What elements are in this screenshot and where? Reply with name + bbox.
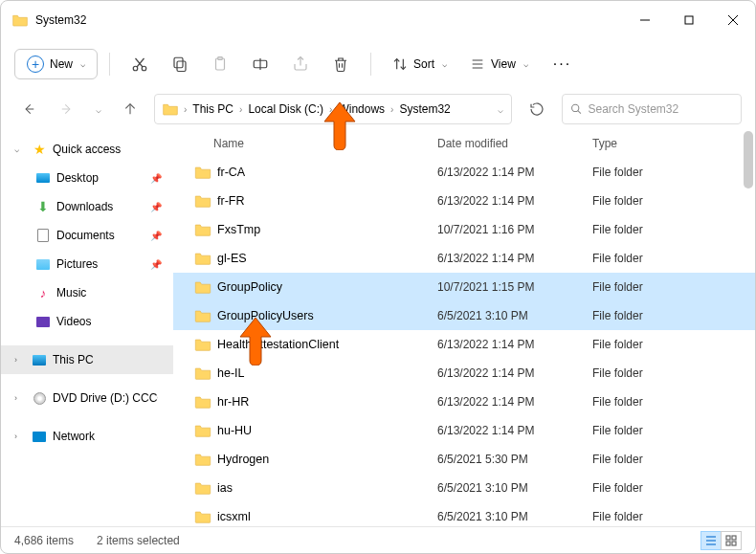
file-type: File folder [592, 309, 643, 322]
file-date: 10/7/2021 1:16 PM [437, 223, 592, 236]
close-button[interactable] [711, 1, 755, 39]
status-bar: 4,686 items 2 items selected [1, 526, 755, 553]
sidebar-item-dvd[interactable]: ›DVD Drive (D:) CCCC [1, 384, 173, 412]
folder-icon [163, 102, 178, 116]
file-name: fr-FR [217, 194, 437, 208]
sort-button[interactable]: Sort ⌵ [383, 51, 456, 78]
pin-icon: 📌 [150, 173, 162, 184]
sidebar-item-label: Videos [56, 315, 91, 328]
back-button[interactable] [14, 95, 43, 123]
pictures-icon [36, 259, 50, 270]
file-row[interactable]: FxsTmp10/7/2021 1:16 PMFile folder [173, 215, 755, 244]
file-type: File folder [592, 510, 643, 523]
file-name: hr-HR [217, 395, 437, 409]
thumbnails-view-button[interactable] [721, 531, 742, 550]
delete-button[interactable] [322, 47, 359, 81]
refresh-button[interactable] [522, 94, 552, 124]
view-label: View [491, 57, 516, 71]
breadcrumb-dropdown[interactable]: ⌵ [498, 104, 503, 115]
breadcrumb-item[interactable]: Local Disk (C:) [244, 102, 327, 116]
more-button[interactable]: ··· [542, 50, 583, 78]
sidebar-item-this-pc[interactable]: ›This PC [1, 345, 173, 374]
sidebar-item-pictures[interactable]: Pictures📌 [1, 250, 173, 278]
file-date: 6/5/2021 3:10 PM [437, 510, 592, 523]
column-name[interactable]: Name [173, 137, 437, 150]
sidebar-item-label: Downloads [56, 200, 113, 213]
sidebar-item-videos[interactable]: Videos [1, 307, 173, 336]
svg-rect-8 [177, 61, 186, 72]
search-input[interactable] [588, 102, 733, 116]
maximize-button[interactable] [667, 1, 711, 39]
search-box[interactable] [562, 94, 742, 124]
folder-icon [12, 13, 28, 27]
address-bar: ⌵ › This PC › Local Disk (C:) › Windows … [1, 89, 755, 129]
svg-rect-9 [174, 57, 183, 68]
file-name: FxsTmp [217, 223, 437, 236]
sidebar-item-desktop[interactable]: Desktop📌 [1, 164, 173, 192]
file-name: fr-CA [217, 166, 437, 179]
sidebar-item-music[interactable]: ♪Music [1, 278, 173, 307]
file-type: File folder [592, 395, 643, 409]
pin-icon: 📌 [150, 202, 162, 212]
file-type: File folder [592, 280, 643, 294]
sidebar-item-label: This PC [53, 353, 94, 366]
file-type: File folder [592, 194, 643, 208]
file-row[interactable]: fr-FR6/13/2022 1:14 PMFile folder [173, 187, 755, 215]
share-button[interactable] [282, 47, 319, 81]
file-row[interactable]: hr-HR6/13/2022 1:14 PMFile folder [173, 388, 755, 416]
paste-button[interactable] [202, 47, 238, 81]
file-row[interactable]: ias6/5/2021 3:10 PMFile folder [173, 474, 755, 502]
document-icon [37, 229, 49, 242]
title-bar: System32 [1, 1, 755, 39]
file-type: File folder [592, 481, 643, 495]
column-type[interactable]: Type [592, 137, 755, 150]
up-button[interactable] [116, 95, 145, 123]
svg-rect-24 [732, 536, 736, 540]
column-date[interactable]: Date modified [437, 137, 592, 150]
rename-button[interactable] [242, 47, 278, 81]
view-button[interactable]: View ⌵ [460, 51, 538, 78]
sidebar-item-label: DVD Drive (D:) CCCC [53, 391, 158, 405]
file-name: icsxml [217, 510, 437, 523]
file-row[interactable]: Hydrogen6/5/2021 5:30 PMFile folder [173, 445, 755, 474]
file-name: hu-HU [217, 424, 437, 437]
cut-button[interactable] [122, 47, 158, 81]
file-type: File folder [592, 252, 643, 265]
sidebar-item-downloads[interactable]: ⬇Downloads📌 [1, 192, 173, 221]
sidebar-item-documents[interactable]: Documents📌 [1, 221, 173, 250]
file-type: File folder [592, 166, 643, 179]
new-button[interactable]: + New ⌵ [14, 49, 98, 79]
column-headers[interactable]: Name Date modified Type [173, 129, 755, 158]
file-date: 6/5/2021 3:10 PM [437, 481, 592, 495]
file-date: 6/13/2022 1:14 PM [437, 395, 592, 409]
pin-icon: 📌 [150, 231, 162, 241]
minimize-button[interactable] [623, 1, 667, 39]
file-row[interactable]: icsxml6/5/2021 3:10 PMFile folder [173, 502, 755, 526]
sidebar-item-label: Desktop [56, 171, 99, 185]
copy-button[interactable] [162, 47, 198, 81]
sidebar-item-label: Pictures [56, 257, 98, 271]
file-row[interactable]: gl-ES6/13/2022 1:14 PMFile folder [173, 244, 755, 273]
history-dropdown[interactable]: ⌵ [91, 104, 106, 115]
sidebar-item-label: Documents [56, 229, 115, 242]
breadcrumb-item[interactable]: This PC [189, 102, 237, 116]
scrollbar[interactable] [744, 131, 753, 188]
file-date: 10/7/2021 1:15 PM [437, 280, 592, 294]
file-row[interactable]: GroupPolicy10/7/2021 1:15 PMFile folder [173, 273, 755, 301]
details-view-button[interactable] [700, 531, 722, 550]
breadcrumb-item[interactable]: System32 [395, 102, 454, 116]
sidebar-item-quick-access[interactable]: ⌵★Quick access [1, 135, 173, 164]
plus-icon: + [27, 55, 44, 73]
disc-icon [33, 392, 46, 405]
file-type: File folder [592, 338, 643, 351]
file-row[interactable]: hu-HU6/13/2022 1:14 PMFile folder [173, 416, 755, 445]
svg-rect-1 [685, 16, 693, 24]
chevron-down-icon: ⌵ [80, 59, 85, 69]
network-icon [33, 432, 46, 442]
sort-icon [392, 56, 408, 72]
file-row[interactable]: fr-CA6/13/2022 1:14 PMFile folder [173, 158, 755, 187]
sidebar-item-network[interactable]: ›Network [1, 422, 173, 451]
annotation-arrow-icon [236, 318, 275, 366]
forward-button[interactable] [53, 95, 81, 123]
file-type: File folder [592, 424, 643, 437]
